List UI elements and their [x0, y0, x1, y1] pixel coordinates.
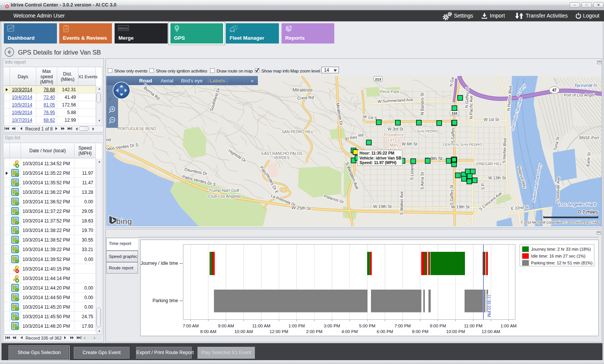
svg-text:7:00 AM: 7:00 AM [183, 324, 199, 328]
svg-text:S Walker Ave: S Walker Ave [399, 191, 404, 215]
svg-text:9:00 AM: 9:00 AM [218, 324, 234, 328]
svg-text:S Alma St: S Alma St [420, 172, 424, 190]
svg-text:Providence: Providence [384, 132, 404, 137]
svg-text:W 19th St: W 19th St [451, 205, 470, 209]
svg-text:Trump Nat'l Golf: Trump Nat'l Golf [209, 188, 239, 193]
svg-text:7:00 PM: 7:00 PM [394, 324, 411, 328]
svg-text:S P: S P [481, 184, 485, 190]
svg-text:Speed: 11.97 (MPH): Speed: 11.97 (MPH) [359, 160, 397, 165]
svg-text:VINEGAR HILL: VINEGAR HILL [476, 162, 502, 166]
svg-text:Lit'l Co: Lit'l Co [388, 138, 400, 142]
svg-text:VERDES: VERDES [274, 156, 289, 160]
svg-text:N Pacific Ave: N Pacific Ave [469, 95, 473, 119]
svg-text:SAN PEDRO HILL: SAN PEDRO HILL [282, 130, 314, 134]
svg-text:12:00 PM: 12:00 PM [269, 329, 288, 334]
svg-text:3:00 PM: 3:00 PM [324, 324, 340, 328]
svg-text:S Gaffey St: S Gaffey St [449, 185, 454, 205]
svg-text:Terminal Is: Terminal Is [574, 82, 597, 89]
svg-text:1:00 AM: 1:00 AM [500, 324, 517, 328]
svg-text:W 6th St: W 6th St [402, 142, 417, 146]
svg-text:PORTUGUESE BEND: PORTUGUESE BEND [118, 127, 156, 131]
svg-text:Aerial: Aerial [160, 78, 173, 84]
svg-text:Club-Los Angelas: Club-Los Angelas [208, 194, 241, 198]
svg-text:Mary: Mary [390, 143, 399, 147]
svg-text:Bird's eye: Bird's eye [181, 78, 203, 84]
svg-text:Port of Los Angel: Port of Los Angel [564, 93, 594, 97]
svg-text:11:00 PM: 11:00 PM [464, 324, 483, 328]
svg-text:10:00 PM: 10:00 PM [446, 329, 465, 334]
svg-text:47: 47 [552, 88, 557, 92]
svg-text:1:00 PM: 1:00 PM [288, 324, 305, 328]
svg-text:Parking time: 12 hr 51 min (81: Parking time: 12 hr 51 min (81%) [531, 261, 593, 265]
svg-text:EAST RANCHO PALOS: EAST RANCHO PALOS [261, 151, 303, 156]
svg-text:110: 110 [452, 111, 457, 115]
svg-text:Peck Park: Peck Park [380, 89, 400, 94]
svg-text:W 1st St: W 1st St [484, 117, 499, 122]
svg-text:Labels: Labels [209, 78, 225, 84]
svg-text:S Leland: S Leland [410, 164, 414, 180]
svg-text:SAN PEDRO: SAN PEDRO [417, 129, 438, 133]
svg-text:11:00 AM: 11:00 AM [252, 324, 270, 328]
svg-text:W 3rd St: W 3rd St [388, 127, 403, 131]
svg-text:8:00 PM: 8:00 PM [412, 329, 429, 334]
svg-text:Hour: 11:35:22 PM: Hour: 11:35:22 PM [359, 151, 394, 155]
svg-text:213: 213 [375, 77, 381, 81]
svg-text:W 19th St: W 19th St [373, 204, 392, 209]
svg-text:Miraleste: Miraleste [293, 87, 313, 93]
svg-text:S Harbor Blvd: S Harbor Blvd [502, 138, 507, 163]
svg-text:S Gaffey S: S Gaffey S [450, 124, 455, 143]
svg-text:4:00 PM: 4:00 PM [342, 329, 358, 334]
svg-text:0.7 miles: 0.7 miles [578, 209, 598, 215]
svg-text:© 2014 Microsoft Corporation: © 2014 Microsoft Corporation © 2010 NAVT… [521, 221, 599, 224]
svg-text:5:00 PM: 5:00 PM [359, 324, 376, 328]
svg-text:bing: bing [116, 217, 132, 225]
svg-text:11:35:22 PM: 11:35:22 PM [487, 295, 491, 317]
svg-text:8:00 AM: 8:00 AM [200, 329, 216, 334]
svg-text:BNSF-Port: BNSF-Port [580, 135, 599, 140]
svg-text:CENTRAL SAN PEDRO: CENTRAL SAN PEDRO [443, 142, 482, 147]
svg-text:Vehicle: idrive Van SB: Vehicle: idrive Van SB [359, 156, 402, 160]
svg-text:Crest Rd: Crest Rd [297, 95, 314, 100]
svg-text:9:00 PM: 9:00 PM [430, 324, 446, 328]
svg-text:Journey time: 2 hr 33 min (18%: Journey time: 2 hr 33 min (18%) [531, 247, 591, 251]
svg-text:2:00 PM: 2:00 PM [306, 329, 322, 334]
svg-text:Idle time: 16 min 27 sec (1%): Idle time: 16 min 27 sec (1%) [531, 254, 585, 258]
svg-text:«: « [251, 78, 254, 84]
svg-text:Journey / Idle time: Journey / Idle time [141, 261, 178, 266]
svg-text:W 13th St: W 13th St [488, 176, 506, 180]
svg-text:10:00 AM: 10:00 AM [234, 329, 253, 334]
svg-text:N Bandini St: N Bandini St [420, 93, 424, 115]
svg-text:Los Angeles Harb: Los Angeles Harb [559, 202, 597, 207]
svg-text:12:00 AM: 12:00 AM [482, 329, 500, 334]
svg-text:6:00 PM: 6:00 PM [377, 329, 393, 334]
svg-text:Road: Road [139, 78, 152, 84]
svg-text:Parking time: Parking time [152, 298, 178, 303]
svg-text:MERGE: MERGE [119, 27, 128, 30]
svg-text:S Seaside Ave: S Seaside Ave [555, 177, 560, 203]
svg-text:nd: nd [106, 137, 111, 142]
